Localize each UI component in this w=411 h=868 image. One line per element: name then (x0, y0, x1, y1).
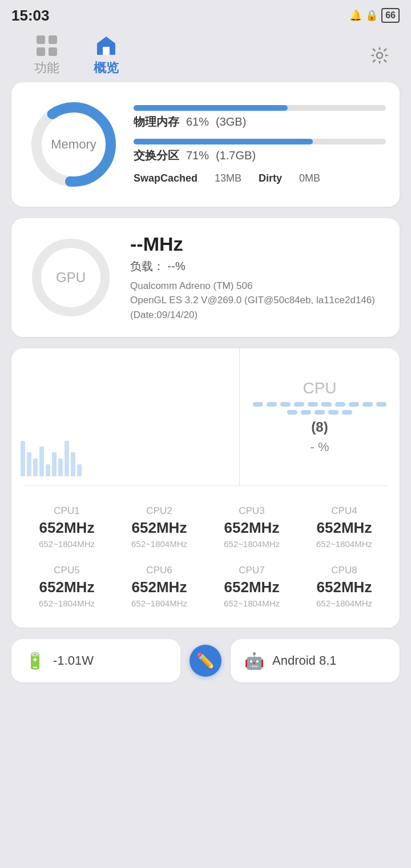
memory-info: 物理内存 61% (3GB) 交换分区 71% (1.7GB) SwapCach… (134, 105, 386, 184)
cpu-dot (287, 410, 297, 415)
physical-val: (3GB) (216, 115, 246, 128)
chart-bar (65, 441, 69, 476)
memory-donut-label: Memory (51, 137, 96, 152)
gpu-info: --MHz 负载： --% Qualcomm Adreno (TM) 506 O… (130, 233, 386, 323)
memory-donut: Memory (25, 96, 122, 193)
cpu-cores: (8) (311, 419, 328, 435)
cpu-dot (280, 402, 291, 407)
nav-label-func: 功能 (34, 59, 59, 77)
svg-rect-0 (37, 35, 45, 44)
cpu-cell-range: 652~1804MHz (131, 539, 187, 549)
nav-item-overview[interactable]: 概览 (76, 34, 136, 77)
nav-label-overview: 概览 (94, 59, 119, 77)
cpu-dot (294, 402, 304, 407)
cpu-cell-freq: 652MHz (39, 578, 95, 596)
gpu-circle-label: GPU (56, 270, 86, 286)
gpu-mhz: --MHz (130, 233, 386, 255)
settings-button[interactable] (365, 41, 394, 70)
cpu-cell-range: 652~1804MHz (39, 598, 95, 608)
dirty-label: Dirty (259, 172, 282, 184)
cpu-cell-freq: 652MHz (39, 519, 95, 537)
physical-bar-bg (134, 105, 386, 111)
gpu-load-label: 负载： (130, 260, 164, 272)
swap-val: (1.7GB) (216, 149, 256, 162)
cpu-cell-range: 652~1804MHz (316, 598, 372, 608)
svg-rect-2 (37, 47, 45, 56)
cpu-top: CPU (8) - % (11, 348, 400, 485)
cpu-cell-freq: 652MHz (317, 578, 372, 596)
bottom-card-android[interactable]: 🤖 Android 8.1 (231, 639, 400, 682)
chart-bar (46, 464, 50, 476)
battery-badge: 66 (381, 8, 400, 23)
swapcached-label: SwapCached (134, 172, 198, 184)
cpu-cell: CPU8 652MHz 652~1804MHz (298, 557, 390, 616)
svg-rect-1 (49, 35, 57, 44)
cpu-cell-label: CPU1 (54, 505, 79, 517)
status-icons: 🔔 🔒 66 (349, 8, 400, 23)
cpu-dot (342, 410, 352, 415)
cpu-cell-range: 652~1804MHz (131, 598, 187, 608)
android-value: Android 8.1 (272, 653, 337, 668)
fab-button[interactable]: ✏️ (190, 645, 221, 677)
cpu-dot (321, 402, 332, 407)
cpu-cell: CPU3 652MHz 652~1804MHz (206, 497, 298, 557)
overview-icon (95, 34, 118, 57)
cpu-cell-label: CPU5 (54, 565, 79, 576)
physical-mem-row: 物理内存 61% (3GB) (134, 105, 386, 130)
func-icon (35, 34, 58, 57)
gpu-load-val: --% (168, 260, 186, 272)
cpu-cell: CPU7 652MHz 652~1804MHz (206, 557, 298, 616)
physical-label: 物理内存 (134, 114, 179, 130)
cpu-chart-area (11, 348, 240, 485)
nav-item-func[interactable]: 功能 (17, 34, 76, 77)
cpu-dot (328, 410, 339, 415)
svg-point-5 (377, 53, 382, 58)
cpu-cell: CPU1 652MHz 652~1804MHz (21, 497, 113, 557)
gear-icon (369, 45, 390, 66)
cpu-right: CPU (8) - % (240, 348, 400, 485)
cpu-cell-label: CPU7 (239, 565, 264, 576)
chart-bar (27, 452, 31, 476)
cpu-title: CPU (303, 379, 336, 397)
gpu-desc2: OpenGL ES 3.2 V@269.0 (GIT@50c84eb, la11… (130, 293, 386, 322)
swapcached-val: 13MB (215, 172, 241, 184)
gpu-load: 负载： --% (130, 259, 386, 274)
bottom-card-power[interactable]: 🔋 -1.01W (11, 639, 180, 682)
gpu-circle: GPU (25, 232, 116, 323)
cpu-dot (335, 402, 345, 407)
fab-icon: ✏️ (196, 652, 215, 670)
bottom-bar: 🔋 -1.01W ✏️ 🤖 Android 8.1 (11, 639, 400, 682)
chart-bar (77, 464, 82, 476)
physical-pct: 61% (186, 115, 209, 128)
power-value: -1.01W (53, 653, 94, 668)
chart-bar (33, 459, 38, 476)
status-time: 15:03 (11, 7, 50, 25)
android-icon: 🤖 (244, 652, 264, 670)
battery-icon: 🔋 (25, 652, 45, 670)
cpu-chart-bars (21, 357, 230, 476)
cpu-dot (315, 410, 325, 415)
cpu-cell-label: CPU4 (331, 505, 357, 517)
cpu-cell-freq: 652MHz (317, 519, 372, 537)
cpu-cell-range: 652~1804MHz (224, 539, 280, 549)
chart-bar (21, 441, 25, 476)
cpu-cell-freq: 652MHz (132, 578, 187, 596)
chart-bar (71, 452, 75, 476)
cpu-cell-label: CPU8 (331, 565, 357, 576)
cpu-cell-freq: 652MHz (224, 578, 280, 596)
cpu-cell-freq: 652MHz (224, 519, 280, 537)
cpu-cell: CPU2 652MHz 652~1804MHz (113, 497, 206, 557)
cpu-cell-label: CPU2 (146, 505, 172, 517)
cpu-dot (267, 402, 277, 407)
swap-mem-row: 交换分区 71% (1.7GB) (134, 139, 386, 163)
svg-rect-4 (103, 47, 110, 55)
cpu-cell: CPU6 652MHz 652~1804MHz (113, 557, 206, 616)
vibrate-icon: 🔔 (349, 9, 362, 22)
chart-bar (39, 447, 44, 476)
status-bar: 15:03 🔔 🔒 66 (0, 0, 411, 29)
cpu-dot (308, 402, 318, 407)
dirty-val: 0MB (299, 172, 320, 184)
cpu-dot (301, 410, 311, 415)
chart-bar (58, 459, 63, 476)
fab-container: ✏️ (190, 639, 221, 682)
